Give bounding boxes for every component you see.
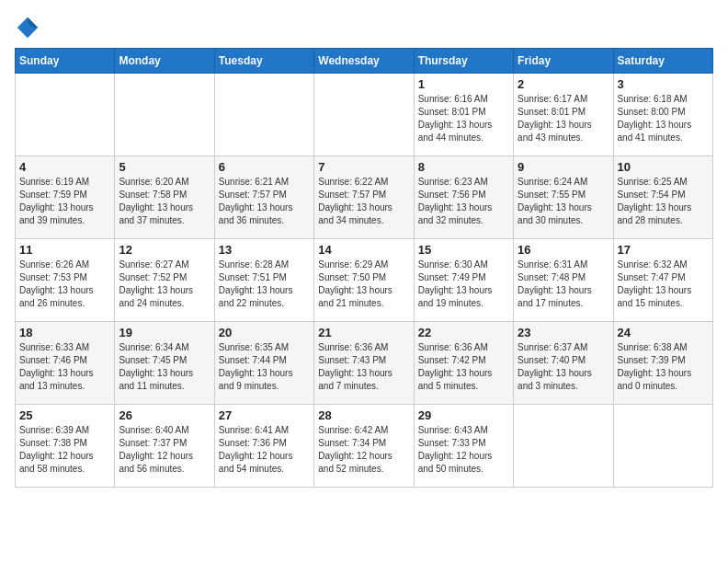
day-info: Sunrise: 6:38 AM Sunset: 7:39 PM Dayligh…: [618, 341, 709, 393]
day-number: 14: [318, 243, 409, 257]
calendar-week-row: 11Sunrise: 6:26 AM Sunset: 7:53 PM Dayli…: [16, 239, 713, 322]
calendar-cell: 8Sunrise: 6:23 AM Sunset: 7:56 PM Daylig…: [414, 156, 513, 239]
day-number: 9: [518, 160, 609, 174]
day-info: Sunrise: 6:18 AM Sunset: 8:00 PM Dayligh…: [618, 93, 709, 144]
calendar-cell: 24Sunrise: 6:38 AM Sunset: 7:39 PM Dayli…: [613, 322, 712, 405]
calendar-cell: 6Sunrise: 6:21 AM Sunset: 7:57 PM Daylig…: [214, 156, 313, 239]
header-thursday: Thursday: [414, 49, 513, 74]
day-info: Sunrise: 6:27 AM Sunset: 7:52 PM Dayligh…: [119, 259, 210, 310]
day-number: 25: [19, 408, 110, 422]
day-number: 6: [219, 160, 310, 174]
calendar-cell: [514, 405, 613, 488]
day-number: 10: [618, 160, 709, 174]
calendar-cell: [214, 74, 313, 156]
day-info: Sunrise: 6:26 AM Sunset: 7:53 PM Dayligh…: [19, 259, 110, 310]
calendar-cell: 18Sunrise: 6:33 AM Sunset: 7:46 PM Dayli…: [16, 322, 115, 405]
logo: [15, 15, 44, 40]
calendar-cell: 7Sunrise: 6:22 AM Sunset: 7:57 PM Daylig…: [314, 156, 414, 239]
day-info: Sunrise: 6:25 AM Sunset: 7:54 PM Dayligh…: [618, 176, 709, 227]
header-friday: Friday: [514, 49, 613, 74]
day-number: 15: [418, 243, 509, 257]
calendar-cell: 22Sunrise: 6:36 AM Sunset: 7:42 PM Dayli…: [414, 322, 513, 405]
header-saturday: Saturday: [613, 49, 712, 74]
calendar-cell: 13Sunrise: 6:28 AM Sunset: 7:51 PM Dayli…: [214, 239, 313, 322]
day-info: Sunrise: 6:36 AM Sunset: 7:42 PM Dayligh…: [418, 341, 509, 393]
calendar-table: SundayMondayTuesdayWednesdayThursdayFrid…: [15, 48, 713, 488]
calendar-cell: 5Sunrise: 6:20 AM Sunset: 7:58 PM Daylig…: [115, 156, 214, 239]
day-number: 12: [119, 243, 210, 257]
day-info: Sunrise: 6:34 AM Sunset: 7:45 PM Dayligh…: [119, 341, 210, 393]
calendar-cell: [314, 74, 414, 156]
day-info: Sunrise: 6:16 AM Sunset: 8:01 PM Dayligh…: [418, 93, 509, 144]
calendar-cell: 1Sunrise: 6:16 AM Sunset: 8:01 PM Daylig…: [414, 74, 513, 156]
calendar-cell: 20Sunrise: 6:35 AM Sunset: 7:44 PM Dayli…: [214, 322, 313, 405]
day-info: Sunrise: 6:28 AM Sunset: 7:51 PM Dayligh…: [219, 259, 310, 310]
calendar-cell: 9Sunrise: 6:24 AM Sunset: 7:55 PM Daylig…: [514, 156, 613, 239]
calendar-cell: 19Sunrise: 6:34 AM Sunset: 7:45 PM Dayli…: [115, 322, 214, 405]
day-number: 8: [418, 160, 509, 174]
day-info: Sunrise: 6:29 AM Sunset: 7:50 PM Dayligh…: [318, 259, 409, 310]
day-info: Sunrise: 6:36 AM Sunset: 7:43 PM Dayligh…: [318, 341, 409, 393]
day-number: 11: [19, 243, 110, 257]
calendar-cell: 2Sunrise: 6:17 AM Sunset: 8:01 PM Daylig…: [514, 74, 613, 156]
calendar-cell: 29Sunrise: 6:43 AM Sunset: 7:33 PM Dayli…: [414, 405, 513, 488]
calendar-cell: 15Sunrise: 6:30 AM Sunset: 7:49 PM Dayli…: [414, 239, 513, 322]
day-info: Sunrise: 6:43 AM Sunset: 7:33 PM Dayligh…: [418, 424, 509, 476]
day-number: 3: [618, 77, 709, 91]
header-tuesday: Tuesday: [214, 49, 313, 74]
day-info: Sunrise: 6:33 AM Sunset: 7:46 PM Dayligh…: [19, 341, 110, 393]
calendar-cell: 17Sunrise: 6:32 AM Sunset: 7:47 PM Dayli…: [613, 239, 712, 322]
day-number: 2: [518, 77, 609, 91]
calendar-cell: 25Sunrise: 6:39 AM Sunset: 7:38 PM Dayli…: [16, 405, 115, 488]
day-number: 20: [219, 326, 310, 339]
day-number: 22: [418, 326, 509, 339]
logo-icon: [15, 15, 40, 40]
day-number: 1: [418, 77, 509, 91]
calendar-cell: 4Sunrise: 6:19 AM Sunset: 7:59 PM Daylig…: [16, 156, 115, 239]
calendar-cell: [115, 74, 214, 156]
calendar-cell: 14Sunrise: 6:29 AM Sunset: 7:50 PM Dayli…: [314, 239, 414, 322]
calendar-week-row: 25Sunrise: 6:39 AM Sunset: 7:38 PM Dayli…: [16, 405, 713, 488]
page-header: [15, 15, 713, 40]
day-number: 17: [618, 243, 709, 257]
day-info: Sunrise: 6:35 AM Sunset: 7:44 PM Dayligh…: [219, 341, 310, 393]
day-info: Sunrise: 6:23 AM Sunset: 7:56 PM Dayligh…: [418, 176, 509, 227]
day-number: 24: [618, 326, 709, 339]
day-info: Sunrise: 6:19 AM Sunset: 7:59 PM Dayligh…: [19, 176, 110, 227]
calendar-cell: 12Sunrise: 6:27 AM Sunset: 7:52 PM Dayli…: [115, 239, 214, 322]
day-number: 7: [318, 160, 409, 174]
calendar-cell: 21Sunrise: 6:36 AM Sunset: 7:43 PM Dayli…: [314, 322, 414, 405]
day-number: 28: [318, 408, 409, 422]
calendar-week-row: 4Sunrise: 6:19 AM Sunset: 7:59 PM Daylig…: [16, 156, 713, 239]
day-number: 23: [518, 326, 609, 339]
day-info: Sunrise: 6:31 AM Sunset: 7:48 PM Dayligh…: [518, 259, 609, 310]
day-info: Sunrise: 6:40 AM Sunset: 7:37 PM Dayligh…: [119, 424, 210, 476]
day-info: Sunrise: 6:41 AM Sunset: 7:36 PM Dayligh…: [219, 424, 310, 476]
header-wednesday: Wednesday: [314, 49, 414, 74]
calendar-cell: [613, 405, 712, 488]
day-info: Sunrise: 6:21 AM Sunset: 7:57 PM Dayligh…: [219, 176, 310, 227]
day-number: 13: [219, 243, 310, 257]
day-info: Sunrise: 6:22 AM Sunset: 7:57 PM Dayligh…: [318, 176, 409, 227]
day-info: Sunrise: 6:37 AM Sunset: 7:40 PM Dayligh…: [518, 341, 609, 393]
calendar-cell: 11Sunrise: 6:26 AM Sunset: 7:53 PM Dayli…: [16, 239, 115, 322]
day-number: 21: [318, 326, 409, 339]
day-info: Sunrise: 6:24 AM Sunset: 7:55 PM Dayligh…: [518, 176, 609, 227]
calendar-cell: 16Sunrise: 6:31 AM Sunset: 7:48 PM Dayli…: [514, 239, 613, 322]
calendar-cell: 10Sunrise: 6:25 AM Sunset: 7:54 PM Dayli…: [613, 156, 712, 239]
calendar-week-row: 1Sunrise: 6:16 AM Sunset: 8:01 PM Daylig…: [16, 74, 713, 156]
header-monday: Monday: [115, 49, 214, 74]
day-number: 16: [518, 243, 609, 257]
day-info: Sunrise: 6:17 AM Sunset: 8:01 PM Dayligh…: [518, 93, 609, 144]
calendar-cell: 23Sunrise: 6:37 AM Sunset: 7:40 PM Dayli…: [514, 322, 613, 405]
day-info: Sunrise: 6:39 AM Sunset: 7:38 PM Dayligh…: [19, 424, 110, 476]
day-number: 4: [19, 160, 110, 174]
day-number: 26: [119, 408, 210, 422]
day-number: 29: [418, 408, 509, 422]
calendar-cell: 3Sunrise: 6:18 AM Sunset: 8:00 PM Daylig…: [613, 74, 712, 156]
day-number: 27: [219, 408, 310, 422]
calendar-cell: 27Sunrise: 6:41 AM Sunset: 7:36 PM Dayli…: [214, 405, 313, 488]
header-sunday: Sunday: [16, 49, 115, 74]
day-number: 19: [119, 326, 210, 339]
day-number: 18: [19, 326, 110, 339]
